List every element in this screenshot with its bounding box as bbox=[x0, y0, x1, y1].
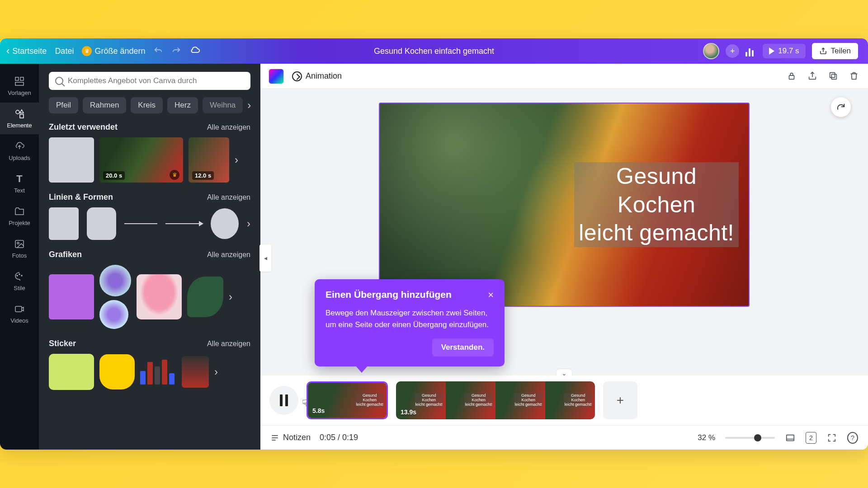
stickers-see-all[interactable]: Alle anzeigen bbox=[207, 340, 250, 348]
nav-elements[interactable]: Elemente bbox=[0, 103, 39, 134]
crown-icon: ♛ bbox=[82, 46, 92, 56]
search-box[interactable] bbox=[49, 72, 250, 90]
zoom-slider[interactable] bbox=[725, 437, 775, 439]
fullscreen-icon bbox=[827, 433, 837, 443]
nav-uploads[interactable]: Uploads bbox=[0, 135, 39, 167]
text-icon: T bbox=[14, 173, 25, 185]
refresh-fab[interactable] bbox=[831, 97, 851, 117]
svg-rect-13 bbox=[830, 72, 835, 77]
duplicate-icon bbox=[828, 71, 838, 81]
chip-kreis[interactable]: Kreis bbox=[131, 97, 163, 113]
chips-scroll-right[interactable]: › bbox=[247, 99, 251, 112]
graphic-leaf[interactable] bbox=[187, 277, 223, 317]
chip-pfeil[interactable]: Pfeil bbox=[49, 97, 78, 113]
projects-icon bbox=[14, 206, 25, 217]
user-avatar[interactable] bbox=[703, 43, 719, 59]
nav-videos[interactable]: Videos bbox=[0, 298, 39, 329]
graphic-2b[interactable] bbox=[99, 300, 128, 329]
lines-see-all[interactable]: Alle anzeigen bbox=[207, 193, 250, 202]
svg-point-7 bbox=[17, 275, 18, 276]
graphic-3[interactable] bbox=[137, 274, 182, 319]
nav-photos[interactable]: Fotos bbox=[0, 233, 39, 264]
export-button[interactable] bbox=[807, 71, 818, 82]
stickers-scroll-right[interactable]: › bbox=[214, 366, 218, 378]
recent-see-all[interactable]: Alle anzeigen bbox=[207, 123, 250, 131]
shape-circle[interactable] bbox=[211, 208, 239, 239]
share-button[interactable]: Teilen bbox=[812, 43, 858, 59]
svg-point-3 bbox=[16, 110, 19, 114]
recent-thumb-1[interactable] bbox=[49, 137, 94, 183]
chip-rahmen[interactable]: Rahmen bbox=[83, 97, 126, 113]
svg-rect-2 bbox=[15, 82, 24, 85]
sticker-chart[interactable] bbox=[140, 360, 176, 385]
animation-button[interactable]: Animation bbox=[292, 71, 342, 81]
recent-scroll-right[interactable]: › bbox=[235, 154, 238, 166]
nav-text[interactable]: TText bbox=[0, 168, 39, 199]
recent-thumb-2[interactable]: 20.0 s♛ bbox=[99, 137, 183, 183]
time-display: 0:05 / 0:19 bbox=[320, 433, 358, 442]
shape-line[interactable] bbox=[124, 223, 157, 224]
add-page-button[interactable]: + bbox=[603, 381, 637, 419]
shape-arrow[interactable] bbox=[165, 223, 203, 224]
headline-text[interactable]: Gesund Kochen leicht gemacht! bbox=[574, 162, 739, 247]
search-input[interactable] bbox=[68, 76, 244, 85]
graphic-1[interactable] bbox=[49, 274, 94, 319]
file-menu[interactable]: Datei bbox=[55, 47, 74, 56]
filter-chips: Pfeil Rahmen Kreis Herz Weihna › bbox=[49, 97, 250, 113]
lock-button[interactable] bbox=[787, 71, 797, 82]
timeline-clip-1[interactable]: GesundKochenleicht gemacht! 5.8s bbox=[307, 381, 388, 419]
bottom-bar: Notizen 0:05 / 0:19 32 % 2 ? bbox=[260, 425, 868, 450]
grid-view-button[interactable] bbox=[785, 432, 796, 443]
undo-button[interactable] bbox=[153, 46, 163, 56]
notes-button[interactable]: Notizen bbox=[270, 433, 311, 442]
timeline: ⌄ ☟ GesundKochenleicht gemacht! 5.8s Ges… bbox=[260, 375, 868, 425]
document-title[interactable]: Gesund Kochen einfach gemacht bbox=[374, 47, 494, 56]
tooltip-close-button[interactable]: × bbox=[488, 289, 494, 301]
graphics-scroll-right[interactable]: › bbox=[229, 291, 232, 303]
sticker-1[interactable] bbox=[49, 354, 94, 390]
elements-icon bbox=[14, 108, 25, 120]
video-page[interactable]: Gesund Kochen leicht gemacht! bbox=[379, 103, 750, 307]
section-recent: Zuletzt verwendetAlle anzeigen 20.0 s♛ 1… bbox=[49, 122, 250, 183]
elements-panel: Pfeil Rahmen Kreis Herz Weihna › Zuletzt… bbox=[39, 64, 260, 450]
timeline-collapse-button[interactable]: ⌄ bbox=[557, 369, 572, 377]
graphics-see-all[interactable]: Alle anzeigen bbox=[207, 251, 250, 259]
play-pause-button[interactable] bbox=[269, 386, 298, 415]
chip-herz[interactable]: Herz bbox=[167, 97, 198, 113]
nav-styles[interactable]: Stile bbox=[0, 265, 39, 297]
resize-button[interactable]: ♛ Größe ändern bbox=[82, 46, 145, 56]
chip-weihna[interactable]: Weihna bbox=[203, 97, 243, 113]
sticker-thumbsup[interactable] bbox=[99, 354, 135, 389]
help-button[interactable]: ? bbox=[847, 432, 858, 443]
animation-icon bbox=[292, 71, 302, 81]
nav-templates[interactable]: Vorlagen bbox=[0, 70, 39, 102]
undo-icon bbox=[153, 46, 163, 56]
svg-point-6 bbox=[17, 242, 19, 244]
timeline-clip-2[interactable]: GesundKochenleicht gemacht! GesundKochen… bbox=[396, 381, 595, 419]
shape-rounded[interactable] bbox=[87, 207, 117, 240]
redo-button[interactable] bbox=[171, 46, 181, 56]
shape-square[interactable] bbox=[49, 207, 79, 240]
sticker-4[interactable] bbox=[182, 356, 209, 388]
tooltip-body: Bewege den Mauszeiger zwischen zwei Seit… bbox=[326, 307, 494, 330]
lines-title: Linien & Formen bbox=[49, 192, 113, 202]
lines-scroll-right[interactable]: › bbox=[247, 217, 250, 230]
tooltip-ok-button[interactable]: Verstanden. bbox=[432, 338, 494, 357]
preview-button[interactable]: 19.7 s bbox=[763, 44, 805, 58]
nav-projects[interactable]: Projekte bbox=[0, 200, 39, 232]
home-button[interactable]: ‹ Startseite bbox=[6, 45, 47, 57]
grid-icon bbox=[785, 433, 795, 443]
fullscreen-button[interactable] bbox=[826, 432, 837, 443]
cloud-sync-button[interactable] bbox=[189, 46, 200, 56]
page-count-button[interactable]: 2 bbox=[806, 432, 816, 443]
graphic-2a[interactable] bbox=[99, 265, 131, 296]
background-color-button[interactable] bbox=[269, 69, 284, 84]
add-collaborator-button[interactable]: + bbox=[726, 44, 739, 58]
uploads-icon bbox=[14, 141, 25, 152]
recent-thumb-3[interactable]: 12.0 s bbox=[189, 137, 229, 183]
section-graphics: GrafikenAlle anzeigen › bbox=[49, 250, 250, 329]
section-lines: Linien & FormenAlle anzeigen › bbox=[49, 192, 250, 240]
analytics-button[interactable] bbox=[745, 46, 756, 56]
delete-button[interactable] bbox=[849, 71, 860, 82]
duplicate-button[interactable] bbox=[828, 71, 839, 82]
